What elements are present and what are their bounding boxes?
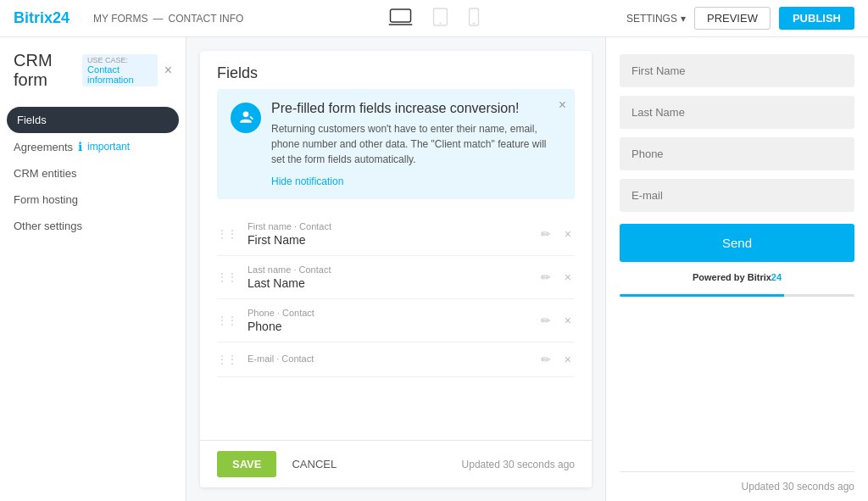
field-row: ⋮⋮ Last name · Contact Last Name ✏ × xyxy=(217,256,575,299)
logo-blue: 24 xyxy=(53,9,70,27)
brand-blue: 24 xyxy=(771,272,782,282)
logo: Bitrix24 xyxy=(14,9,70,27)
sidebar-item-crm-entities[interactable]: CRM entities xyxy=(0,160,186,186)
sidebar-item-other-settings[interactable]: Other settings xyxy=(0,213,186,239)
field-meta-label: Phone · Contact xyxy=(248,308,531,318)
sidebar-nav: Fields Agreements ℹ important CRM entiti… xyxy=(0,100,186,246)
close-panel-icon[interactable]: × xyxy=(164,63,172,78)
preview-spacer xyxy=(620,305,854,463)
breadcrumb-my-forms[interactable]: MY FORMS xyxy=(93,13,147,25)
field-row: ⋮⋮ Phone · Contact Phone ✏ × xyxy=(217,299,575,342)
fields-panel: Fields × Pre-filled form fields increase… xyxy=(200,51,592,487)
notification-title: Pre-filled form fields increase conversi… xyxy=(271,101,561,116)
field-meta-label: Last name · Contact xyxy=(248,264,531,275)
phone-icon[interactable] xyxy=(465,4,483,32)
chevron-down-icon: ▾ xyxy=(681,13,686,25)
breadcrumb: MY FORMS — CONTACT INFO xyxy=(93,13,243,25)
device-switcher xyxy=(386,4,483,32)
sidebar-item-form-hosting[interactable]: Form hosting xyxy=(0,186,186,213)
field-meta-label: E-mail · Contact xyxy=(248,353,531,364)
drag-handle-icon[interactable]: ⋮⋮ xyxy=(217,353,237,365)
notification-person-icon xyxy=(231,103,261,133)
drag-handle-icon[interactable]: ⋮⋮ xyxy=(217,228,237,240)
updated-right-text: Updated 30 seconds ago xyxy=(620,471,854,501)
left-sidebar: CRM form USE CASE: Contact information ×… xyxy=(0,37,186,501)
field-delete-button[interactable]: × xyxy=(561,351,575,368)
notification-body: Returning customers won't have to enter … xyxy=(271,121,561,167)
top-nav-right: SETTINGS ▾ PREVIEW PUBLISH xyxy=(626,7,854,30)
svg-point-3 xyxy=(440,23,442,25)
powered-by-text: Powered by Bitrix24 xyxy=(620,272,854,282)
field-info: Phone · Contact Phone xyxy=(248,308,531,333)
cancel-button[interactable]: CANCEL xyxy=(287,451,342,477)
fields-header: Fields xyxy=(200,51,592,89)
field-edit-button[interactable]: ✏ xyxy=(537,269,554,286)
preview-button[interactable]: PREVIEW xyxy=(694,7,771,30)
preview-email-field[interactable] xyxy=(620,179,854,212)
progress-bar xyxy=(620,294,854,297)
field-row: ⋮⋮ First name · Contact First Name ✏ × xyxy=(217,213,575,256)
field-display-name: Last Name xyxy=(248,276,531,290)
field-edit-button[interactable]: ✏ xyxy=(537,351,554,368)
field-info: E-mail · Contact xyxy=(248,353,531,365)
top-nav: Bitrix24 MY FORMS — CONTACT INFO xyxy=(0,0,868,37)
field-display-name: Phone xyxy=(248,320,531,333)
notification-close-icon[interactable]: × xyxy=(559,97,566,113)
important-label: important xyxy=(87,141,130,153)
crm-form-title: CRM form USE CASE: Contact information × xyxy=(0,51,186,100)
field-edit-button[interactable]: ✏ xyxy=(537,312,554,329)
field-delete-button[interactable]: × xyxy=(561,225,575,242)
notification-content: Pre-filled form fields increase conversi… xyxy=(271,101,561,187)
breadcrumb-contact-info[interactable]: CONTACT INFO xyxy=(169,13,244,25)
settings-button[interactable]: SETTINGS ▾ xyxy=(626,13,686,25)
bottom-bar: SAVE CANCEL Updated 30 seconds ago xyxy=(200,440,592,487)
field-meta-label: First name · Contact xyxy=(248,221,531,231)
center-panel: Fields × Pre-filled form fields increase… xyxy=(186,37,605,501)
sidebar-item-agreements[interactable]: Agreements ℹ important xyxy=(0,133,186,160)
preview-phone-field[interactable] xyxy=(620,137,854,170)
drag-handle-icon[interactable]: ⋮⋮ xyxy=(217,315,237,326)
breadcrumb-sep: — xyxy=(153,13,164,25)
updated-text: Updated 30 seconds ago xyxy=(462,459,575,470)
preview-firstname-field[interactable] xyxy=(620,54,854,87)
field-edit-button[interactable]: ✏ xyxy=(537,225,554,242)
svg-point-6 xyxy=(243,112,249,118)
svg-rect-0 xyxy=(391,9,411,22)
fields-content: × Pre-filled form fields increase conver… xyxy=(200,89,592,440)
notification-hide-link[interactable]: Hide notification xyxy=(271,175,343,187)
field-delete-button[interactable]: × xyxy=(561,269,575,286)
field-display-name: First Name xyxy=(248,233,531,247)
field-info: Last name · Contact Last Name xyxy=(248,264,531,290)
field-actions: ✏ × xyxy=(537,312,575,329)
tablet-icon[interactable] xyxy=(430,4,452,32)
preview-send-button[interactable]: Send xyxy=(620,224,854,262)
right-preview: Send Powered by Bitrix24 Updated 30 seco… xyxy=(605,37,868,501)
brand-black: Bitrix xyxy=(748,272,771,282)
preview-lastname-field[interactable] xyxy=(620,96,854,129)
field-row: ⋮⋮ E-mail · Contact ✏ × xyxy=(217,342,575,377)
info-icon: ℹ xyxy=(78,140,82,153)
drag-handle-icon[interactable]: ⋮⋮ xyxy=(217,271,237,283)
field-actions: ✏ × xyxy=(537,269,575,286)
logo-black: Bitrix xyxy=(14,9,53,27)
field-actions: ✏ × xyxy=(537,225,575,242)
save-button[interactable]: SAVE xyxy=(217,451,276,477)
field-actions: ✏ × xyxy=(537,351,575,368)
use-case-badge[interactable]: USE CASE: Contact information xyxy=(82,54,158,86)
sidebar-item-fields[interactable]: Fields xyxy=(7,107,179,133)
field-info: First name · Contact First Name xyxy=(248,221,531,247)
main-layout: CRM form USE CASE: Contact information ×… xyxy=(0,37,868,501)
field-delete-button[interactable]: × xyxy=(561,312,575,329)
publish-button[interactable]: PUBLISH xyxy=(779,7,854,30)
notification-box: × Pre-filled form fields increase conver… xyxy=(217,89,575,199)
laptop-icon[interactable] xyxy=(386,4,416,32)
